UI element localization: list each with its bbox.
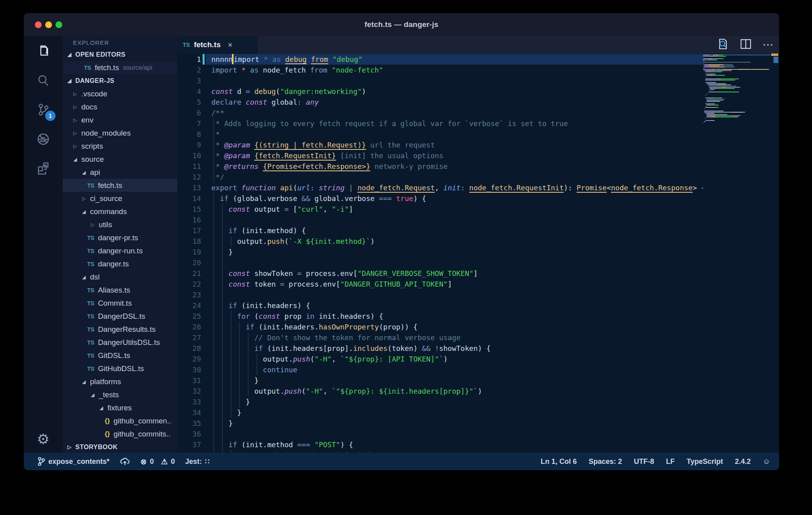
split-editor-icon[interactable] [739,38,752,52]
extensions-icon[interactable] [24,159,63,178]
code-line-26[interactable]: 26if (init.headers.hasOwnProperty(prop))… [177,322,703,332]
publish-changes-item[interactable] [120,457,130,466]
code-line-11[interactable]: 11* @returns {Promise<fetch.Response>} n… [177,161,703,172]
folder-platforms[interactable]: ◢platforms [63,375,177,388]
encoding-item[interactable]: UTF-8 [634,458,654,466]
close-tab-icon[interactable]: × [228,40,232,50]
folder-commands[interactable]: ◢commands [63,205,177,218]
file-commit-ts[interactable]: TSCommit.ts [63,297,177,310]
code-line-29[interactable]: 29output.push("-H", `"${prop}: [API TOKE… [177,354,703,364]
file-dangerdsl-ts[interactable]: TSDangerDSL.ts [63,310,177,323]
open-find-icon[interactable] [716,38,729,52]
feedback-smiley-icon[interactable]: ☺ [763,457,770,466]
code-line-9[interactable]: 9* @param {(string | fetch.Request)} url… [177,140,703,150]
file-dangerutilsdsl-ts[interactable]: TSDangerUtilsDSL.ts [63,336,177,349]
code-line-18[interactable]: 18output.push(`-X ${init.method}`) [177,236,703,247]
code-line-30[interactable]: 30continue [177,364,703,375]
code-line-33[interactable]: 33} [177,396,703,407]
code-line-34[interactable]: 34} [177,407,703,418]
code-line-38[interactable]: 38// const body:string = init.body [177,450,703,453]
code-line-7[interactable]: 7* Adds logging to every fetch request i… [177,118,703,129]
section-storybook[interactable]: ▷STORYBOOK [63,440,177,453]
indentation-item[interactable]: Spaces: 2 [589,458,622,466]
folder-scripts[interactable]: ▷scripts [63,140,177,153]
search-icon[interactable] [24,71,63,90]
section-open-editors[interactable]: ◢OPEN EDITORS [63,48,177,61]
code-line-8[interactable]: 8* [177,129,703,140]
code-line-37[interactable]: 37if (init.method === "POST") { [177,439,703,450]
code-line-22[interactable]: 22const token = process.env["DANGER_GITH… [177,279,703,289]
code-token: ( [284,237,289,245]
section-danger-js[interactable]: ◢DANGER-JS [63,74,177,87]
error-count: 0 [150,458,154,466]
folder-fixtures[interactable]: ◢fixtures [63,401,177,414]
folder-dsl[interactable]: ◢dsl [63,270,177,283]
code-line-2[interactable]: 2import * as node_fetch from "node-fetch… [177,65,703,75]
code-token: ( [293,184,297,192]
file-danger-run-ts[interactable]: TSdanger-run.ts [63,244,177,257]
language-mode-item[interactable]: TypeScript [687,458,723,466]
file-fetch-ts[interactable]: TSfetch.tssource/api [63,61,177,74]
code-line-31[interactable]: 31} [177,375,703,386]
code-line-6[interactable]: 6/** [177,107,703,118]
code-line-15[interactable]: 15const output = ["curl", "-i"] [177,204,703,214]
line-number: 15 [177,204,201,214]
code-line-28[interactable]: 28if (init.headers[prop].includes(token)… [177,343,703,354]
cursor-position-item[interactable]: Ln 1, Col 6 [541,458,577,466]
file-aliases-ts[interactable]: TSAliases.ts [63,283,177,297]
folder-node-modules[interactable]: ▷node_modules [63,126,177,140]
code-line-20[interactable]: 20 [177,257,703,268]
file-githubdsl-ts[interactable]: TSGitHubDSL.ts [63,362,177,375]
more-actions-icon[interactable]: ⋯ [762,41,774,49]
folder-env[interactable]: ▷env [63,113,177,126]
folder-utils[interactable]: ▷utils [63,218,177,231]
file-danger-pr-ts[interactable]: TSdanger-pr.ts [63,231,177,244]
folder-ci-source[interactable]: ▷ci_source [63,192,177,205]
debug-icon[interactable] [24,130,63,149]
code-editor[interactable]: 1nnnnnimport * as debug from "debug"2imp… [177,54,703,453]
code-line-13[interactable]: 13export function api(url: string | node… [177,182,703,193]
code-line-17[interactable]: 17if (init.method) { [177,225,703,236]
folder-tests[interactable]: ◢_tests [63,388,177,401]
code-token: === [297,440,314,449]
code-line-1[interactable]: 1nnnnnimport * as debug from "debug" [177,54,703,65]
folder-source[interactable]: ◢source [63,153,177,166]
code-line-5[interactable]: 5declare const global: any [177,97,703,107]
code-line-16[interactable]: 16 [177,214,703,225]
settings-gear-icon[interactable]: ⚙ [24,430,63,449]
minimap[interactable] [703,54,770,453]
code-line-21[interactable]: 21const showToken = process.env["DANGER_… [177,268,703,279]
code-line-35[interactable]: 35} [177,418,703,429]
file-github-commen[interactable]: {}github_commen.. [63,414,177,427]
code-line-23[interactable]: 23 [177,289,703,300]
code-line-14[interactable]: 14if (global.verbose && global.verbose =… [177,193,703,204]
file-danger-ts[interactable]: TSdanger.ts [63,257,177,270]
file-dangerresults-ts[interactable]: TSDangerResults.ts [63,323,177,336]
folder-api[interactable]: ◢api [63,166,177,179]
overview-ruler[interactable] [770,54,779,453]
code-line-32[interactable]: 32output.push("-H", `"${prop}: ${init.he… [177,386,703,396]
code-line-4[interactable]: 4const d = debug("danger:networking") [177,86,703,97]
folder-vscode[interactable]: ▷.vscode [63,87,177,100]
code-line-19[interactable]: 19} [177,247,703,257]
file-fetch-ts[interactable]: TSfetch.ts [63,179,177,192]
file-gitdsl-ts[interactable]: TSGitDSL.ts [63,349,177,362]
folder-docs[interactable]: ▷docs [63,100,177,113]
code-line-25[interactable]: 25for (const prop in init.headers) { [177,311,703,322]
jest-status-item[interactable]: Jest: ∷ [185,457,209,466]
eol-item[interactable]: LF [666,458,675,466]
code-line-10[interactable]: 10* @param {fetch.RequestInit} [init] th… [177,150,703,161]
code-line-12[interactable]: 12*/ [177,172,703,182]
file-github-commits[interactable]: {}github_commits.. [63,427,177,440]
source-control-icon[interactable]: 1 [24,100,63,119]
code-line-24[interactable]: 24if (init.headers) { [177,300,703,311]
git-branch-item[interactable]: expose_contents* [37,457,109,466]
tab-fetch-ts[interactable]: TS fetch.ts × [177,36,258,54]
problems-item[interactable]: ⊗ 0 ⚠ 0 [140,457,175,466]
code-token: | [349,184,358,192]
code-line-3[interactable]: 3 [177,75,703,86]
code-line-27[interactable]: 27// Don't show the token for normal ver… [177,332,703,343]
explorer-icon[interactable] [24,42,63,61]
code-line-36[interactable]: 36 [177,429,703,439]
ts-version-item[interactable]: 2.4.2 [735,458,751,466]
